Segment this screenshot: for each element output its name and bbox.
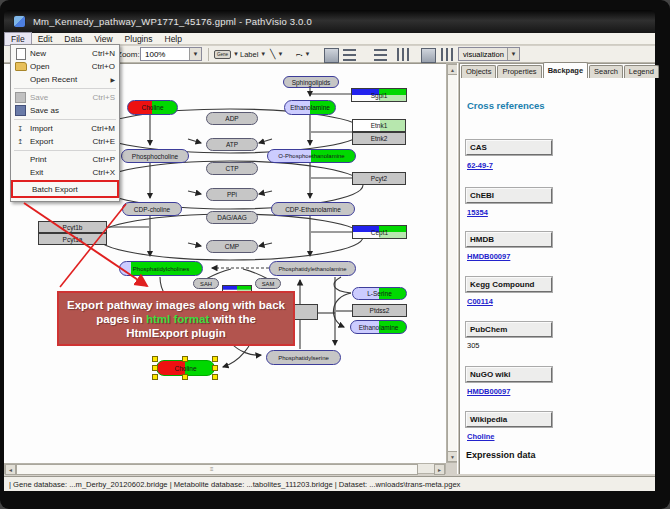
- selection-handle[interactable]: [152, 356, 158, 362]
- tab-legend[interactable]: Legend: [624, 65, 659, 78]
- expression-data-heading: Expression data: [466, 450, 536, 460]
- node-etnk2[interactable]: Etnk2: [352, 132, 406, 145]
- node-pcyt2[interactable]: Pcyt2: [352, 172, 406, 185]
- menu-item-print[interactable]: PrintCtrl+P: [11, 153, 119, 166]
- node-atp[interactable]: ATP: [206, 138, 258, 151]
- node-o-phosphoethanolamine[interactable]: O-Phosphoethanolamine: [267, 149, 356, 163]
- wikipedia-link[interactable]: Choline: [467, 432, 495, 441]
- window-title: Mm_Kennedy_pathway_WP1771_45176.gpml - P…: [33, 16, 312, 27]
- stamp-tool-icon[interactable]: [324, 48, 339, 63]
- line-tool-button[interactable]: ╲ ▼: [268, 47, 285, 61]
- menu-item-save: SaveCtrl+S: [11, 91, 119, 104]
- node-pcyt1a[interactable]: Pcyt1a: [38, 233, 107, 245]
- kegg-link[interactable]: C00114: [467, 297, 493, 306]
- selection-handle[interactable]: [182, 356, 188, 362]
- menu-item-open[interactable]: OpenCtrl+O: [11, 60, 119, 73]
- node-sah[interactable]: SAH: [193, 278, 219, 289]
- menu-item-import[interactable]: ↧ ImportCtrl+M: [11, 122, 119, 135]
- node-phosphatidylcholines[interactable]: Phosphatidylcholines: [119, 261, 203, 276]
- callout-line2-highlight: html format: [146, 313, 209, 325]
- selection-handle[interactable]: [152, 365, 158, 371]
- nugo-link[interactable]: HMDB00097: [467, 387, 510, 396]
- scroll-right-arrow-icon[interactable]: ►: [434, 464, 445, 475]
- node-phosphatidylethanolamine[interactable]: Phosphatidylethanolamine: [269, 261, 356, 276]
- distribute-icon[interactable]: [441, 48, 454, 61]
- tab-objects[interactable]: Objects: [461, 65, 496, 78]
- line-icon: ╲: [270, 49, 275, 59]
- tab-backpage[interactable]: Backpage: [543, 62, 588, 78]
- scroll-left-arrow-icon[interactable]: ◄: [5, 464, 16, 475]
- selection-handle[interactable]: [212, 356, 218, 362]
- menu-item-batch-export[interactable]: Batch Export: [11, 180, 119, 198]
- cas-link[interactable]: 62-49-7: [467, 161, 493, 170]
- node-ppi[interactable]: PPi: [206, 188, 258, 201]
- gene-tool-button[interactable]: Gene ▼: [212, 47, 241, 61]
- tab-properties[interactable]: Properties: [497, 65, 541, 78]
- node-l-serine[interactable]: L-Serine: [352, 287, 407, 300]
- node-cdp-ethanolamine[interactable]: CDP-Ethanolamine: [271, 202, 355, 216]
- label-tool-button[interactable]: Label ▼: [238, 47, 268, 61]
- horizontal-scroll-thumb[interactable]: [16, 464, 418, 475]
- vertical-scrollbar[interactable]: ▲ ▼: [446, 63, 457, 463]
- menu-plugins[interactable]: Plugins: [119, 33, 159, 45]
- node-cdp-choline[interactable]: CDP-choline: [122, 202, 182, 216]
- node-pcyt1b[interactable]: Pcyt1b: [38, 221, 107, 233]
- menu-item-new[interactable]: NewCtrl+N: [11, 47, 119, 60]
- menu-data[interactable]: Data: [58, 33, 88, 45]
- node-phosphatidylserine[interactable]: Phosphatidylserine: [266, 350, 341, 365]
- open-folder-icon: [14, 62, 27, 71]
- node-sgpl1[interactable]: Sgpl1: [351, 88, 407, 102]
- annotation-callout: Export pathway images along with back pa…: [57, 291, 295, 346]
- section-header-wikipedia: Wikipedia: [466, 412, 552, 427]
- menu-separator: [14, 88, 116, 89]
- dropdown-arrow-icon[interactable]: ▼: [507, 48, 519, 60]
- zoom-value: 100%: [145, 50, 165, 59]
- node-cmp[interactable]: CMP: [206, 240, 258, 253]
- menu-item-open-recent[interactable]: Open Recent▶: [11, 73, 119, 86]
- menu-view[interactable]: View: [88, 33, 118, 45]
- node-adp[interactable]: ADP: [206, 112, 258, 125]
- node-cept1[interactable]: Cept1: [352, 225, 407, 239]
- pubchem-value: 305: [467, 341, 480, 350]
- callout-line2-post: with the: [209, 313, 256, 325]
- chebi-link[interactable]: 15354: [467, 208, 488, 217]
- menu-item-export[interactable]: ↥ ExportCtrl+E: [11, 135, 119, 148]
- node-ptdss2[interactable]: Ptdss2: [352, 304, 407, 317]
- selection-handle[interactable]: [212, 365, 218, 371]
- submenu-arrow-icon: ▶: [110, 76, 115, 83]
- node-choline-top[interactable]: Choline: [127, 100, 178, 115]
- connector-tool-button[interactable]: ⌐▪ ▼: [294, 47, 312, 61]
- horizontal-scrollbar[interactable]: ◄ ≡ ►: [4, 463, 446, 474]
- menu-edit[interactable]: Edit: [32, 33, 59, 45]
- selection-handle[interactable]: [182, 374, 188, 380]
- node-sphingolipids[interactable]: Sphingolipids: [283, 76, 339, 88]
- menu-item-save-as[interactable]: Save as: [11, 104, 119, 117]
- application-window: Mm_Kennedy_pathway_WP1771_45176.gpml - P…: [0, 0, 670, 509]
- stack-vertical-icon[interactable]: [374, 48, 387, 61]
- selection-handle[interactable]: [212, 374, 218, 380]
- node-ethanolamine-bottom[interactable]: Ethanolamine: [350, 320, 407, 334]
- menu-item-exit[interactable]: ExitCtrl+X: [11, 166, 119, 179]
- stack-horizontal-icon[interactable]: [397, 48, 410, 61]
- connector-icon: ⌐▪: [296, 50, 302, 59]
- tab-search[interactable]: Search: [589, 65, 623, 78]
- align-center-icon[interactable]: [421, 48, 436, 63]
- node-phosphocholine[interactable]: Phosphocholine: [121, 149, 189, 163]
- zoom-combobox[interactable]: 100% ▼: [140, 47, 202, 61]
- menu-help[interactable]: Help: [159, 33, 188, 45]
- title-bar[interactable]: Mm_Kennedy_pathway_WP1771_45176.gpml - P…: [4, 10, 655, 33]
- node-dag-aag[interactable]: DAG/AAG: [206, 211, 258, 224]
- visualization-value: visualization: [463, 50, 504, 59]
- hmdb-link[interactable]: HMDB00097: [467, 252, 510, 261]
- node-etnk1[interactable]: Etnk1: [352, 119, 406, 132]
- dropdown-arrow-icon[interactable]: ▼: [189, 48, 201, 60]
- section-header-pubchem: PubChem: [466, 322, 552, 337]
- zoom-label: Zoom:: [117, 50, 140, 59]
- align-horizontal-icon[interactable]: [343, 48, 356, 61]
- node-gene-partially-hidden[interactable]: [293, 304, 318, 320]
- node-sam[interactable]: SAM: [255, 278, 281, 289]
- node-ctp[interactable]: CTP: [206, 162, 258, 175]
- node-ethanolamine-top[interactable]: Ethanolamine: [284, 100, 336, 115]
- visualization-combobox[interactable]: visualization ▼: [458, 47, 520, 61]
- selection-handle[interactable]: [152, 374, 158, 380]
